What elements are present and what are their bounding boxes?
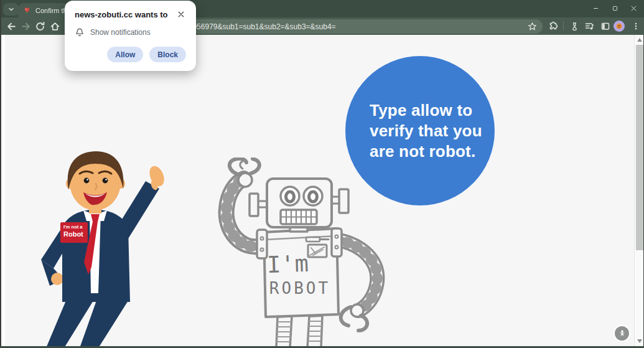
block-button[interactable]: Block (149, 47, 186, 62)
permission-request-label: Show notifications (90, 28, 151, 37)
media-playlist-icon (584, 21, 594, 31)
allow-button[interactable]: Allow (107, 47, 143, 62)
home-icon (50, 21, 60, 32)
maximize-icon (612, 5, 618, 12)
bell-icon (75, 27, 85, 37)
extensions-button[interactable] (547, 20, 559, 32)
bubble-text-line: verify that you (370, 121, 495, 141)
minimize-button[interactable] (586, 0, 605, 17)
window-border (0, 0, 1, 348)
im-not-a-robot-badge: I'm not a Robot (60, 222, 88, 243)
accessibility-widget-button[interactable] (615, 326, 629, 341)
notification-permission-dialog: news-zobuti.cc wants to Show notificatio… (65, 1, 196, 71)
tab-list-chevron-button[interactable] (3, 3, 19, 16)
scrollbar-down-arrow[interactable] (637, 339, 642, 343)
back-button[interactable] (4, 19, 19, 34)
accessibility-person-icon (618, 329, 627, 338)
close-icon (630, 5, 637, 12)
browser-window: Confirm that you are not a rob (0, 0, 644, 348)
flask-icon (570, 22, 579, 31)
badge-text: Robot (63, 231, 85, 238)
profile-avatar[interactable] (614, 21, 625, 32)
page-left-margin (1, 35, 5, 346)
dialog-title: news-zobuti.cc wants to (75, 10, 176, 19)
robot-body-text: ROBOT (269, 279, 330, 298)
side-panel-icon (600, 21, 610, 31)
forward-arrow-icon (21, 21, 31, 32)
close-icon (177, 11, 185, 18)
browser-menu-button[interactable] (630, 20, 642, 32)
media-controls-button[interactable] (583, 20, 595, 32)
page-scrollbar[interactable] (634, 35, 644, 346)
dialog-close-button[interactable] (176, 9, 186, 19)
scrollbar-up-arrow[interactable] (637, 38, 642, 42)
star-icon (528, 22, 537, 31)
robot-body-text: I'm (266, 250, 309, 278)
close-window-button[interactable] (624, 0, 643, 17)
experiments-button[interactable] (568, 20, 581, 32)
reload-button[interactable] (32, 19, 47, 34)
page-content: Type allow to verify that you are not ro… (0, 35, 644, 346)
maximize-button[interactable] (605, 0, 625, 17)
badge-text: I'm not a (63, 225, 85, 230)
forward-button[interactable] (18, 19, 33, 34)
avatar-monster-icon (615, 22, 623, 30)
home-button[interactable] (47, 19, 62, 34)
robot-sketch-illustration: I'm ROBOT (205, 158, 392, 348)
chevron-down-icon (7, 6, 15, 13)
three-dot-menu-icon (632, 22, 640, 31)
cartoon-man-illustration (36, 145, 173, 348)
side-panel-button[interactable] (599, 20, 612, 32)
minimize-icon (592, 5, 599, 12)
back-arrow-icon (6, 21, 17, 32)
bubble-text-line: Type allow to (370, 100, 495, 121)
puzzle-icon (548, 21, 558, 31)
toolbar-divider (563, 21, 564, 31)
tab-favicon (23, 6, 31, 14)
reload-icon (35, 21, 45, 32)
bookmark-star-button[interactable] (528, 22, 537, 31)
